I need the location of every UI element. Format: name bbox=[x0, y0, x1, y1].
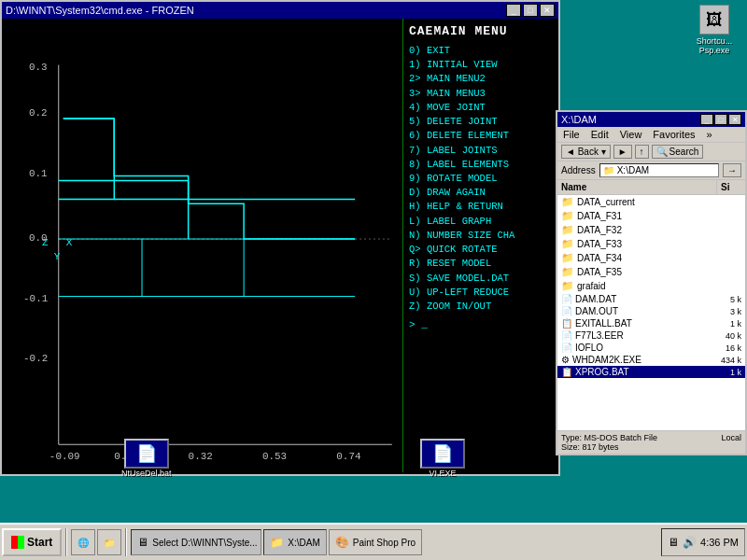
menu-item-r: R) RESET MODEL bbox=[409, 257, 553, 271]
svg-text:0.3: 0.3 bbox=[29, 62, 48, 73]
svg-text:Y: Y bbox=[54, 251, 61, 262]
start-button[interactable]: Start bbox=[2, 528, 62, 556]
paintshop-taskbar-icon: 🎨 bbox=[335, 536, 349, 549]
explorer-status: Type: MS-DOS Batch File Size: 817 bytes … bbox=[557, 430, 745, 454]
file-list: 📁DATA_current 📁DATA_F31 📁DATA_F32 📁DATA_… bbox=[557, 195, 745, 408]
svg-text:-0.2: -0.2 bbox=[23, 353, 48, 364]
list-item[interactable]: 📁DATA_F33 bbox=[557, 237, 745, 251]
list-item[interactable]: 📋EXITALL.BAT1 k bbox=[557, 317, 745, 329]
list-item[interactable]: 📁DATA_F32 bbox=[557, 223, 745, 237]
desktop-icon-shortcut[interactable]: 🖼 Shortcu...Psp.exe bbox=[686, 5, 742, 55]
column-size: Si bbox=[717, 180, 745, 194]
cmd-body: 0.3 0.2 0.1 0.0 -0.1 -0.2 -0.09 0.12 0.3… bbox=[2, 19, 558, 472]
explorer-menubar: File Edit View Favorites » bbox=[557, 127, 745, 143]
windows-logo bbox=[11, 536, 24, 549]
exp-menu-file[interactable]: File bbox=[561, 128, 582, 141]
explorer-title: X:\DAM bbox=[561, 114, 597, 125]
cmd-window-controls: _ □ ✕ bbox=[506, 4, 555, 17]
folder-icon: 📁 bbox=[561, 210, 574, 222]
menu-item-h: H) HELP & RETURN bbox=[409, 200, 553, 214]
address-bar: Address 📁 X:\DAM → bbox=[557, 161, 745, 180]
graph-svg: 0.3 0.2 0.1 0.0 -0.1 -0.2 -0.09 0.12 0.3… bbox=[2, 19, 402, 472]
list-item[interactable]: 📄DAM.DAT5 k bbox=[557, 293, 745, 305]
taskbar-divider-2 bbox=[125, 528, 127, 556]
menu-title: CAEMAIN MENU bbox=[409, 24, 553, 38]
clock: 4:36 PM bbox=[700, 537, 739, 548]
viexe-icon: 📄 bbox=[420, 439, 465, 469]
bat-icon: 📋 bbox=[561, 318, 572, 329]
address-input[interactable]: 📁 X:\DAM bbox=[599, 163, 719, 177]
menu-item-q: Q> QUICK ROTATE bbox=[409, 243, 553, 257]
list-item-selected[interactable]: 📋XPROG.BAT1 k bbox=[557, 366, 745, 378]
svg-text:0.32: 0.32 bbox=[189, 451, 213, 462]
menu-item-2: 2> MAIN MENU2 bbox=[409, 72, 553, 86]
cmd-window: D:\WINNT\System32\cmd.exe - FROZEN _ □ ✕… bbox=[0, 0, 560, 476]
desktop: D:\WINNT\System32\cmd.exe - FROZEN _ □ ✕… bbox=[0, 0, 747, 523]
menu-item-l: L) LABEL GRAPH bbox=[409, 215, 553, 229]
shortcut-label: Shortcu...Psp.exe bbox=[697, 36, 733, 55]
folder-icon: 📁 bbox=[561, 280, 574, 292]
folder-icon: 📁 bbox=[561, 224, 574, 236]
bat-icon: 📋 bbox=[561, 367, 572, 377]
explorer-column-headers: Name Si bbox=[557, 180, 745, 195]
list-item[interactable]: 📁DATA_F34 bbox=[557, 251, 745, 265]
explorer-close-btn[interactable]: ✕ bbox=[728, 114, 741, 125]
taskbar: Start 🌐 📁 🖥 Select D:\WINNT\Syste... 📁 X… bbox=[0, 523, 747, 560]
list-item[interactable]: 📁DATA_F35 bbox=[557, 265, 745, 279]
status-local: Local bbox=[721, 433, 741, 452]
network-icon: 🖥 bbox=[668, 536, 679, 550]
quick-launch-2[interactable]: 📁 bbox=[97, 529, 121, 555]
svg-text:Z: Z bbox=[42, 237, 49, 248]
exp-menu-more[interactable]: » bbox=[705, 128, 714, 141]
menu-item-9: 9) ROTATE MODEL bbox=[409, 172, 553, 186]
list-item[interactable]: 📁grafaid bbox=[557, 279, 745, 293]
explorer-maximize-btn[interactable]: □ bbox=[714, 114, 727, 125]
forward-button[interactable]: ► bbox=[613, 145, 632, 159]
exp-menu-edit[interactable]: Edit bbox=[589, 128, 611, 141]
svg-text:-0.09: -0.09 bbox=[49, 451, 80, 462]
ntusedel-label: NtUseDel.bat bbox=[121, 469, 172, 478]
list-item[interactable]: ⚙WHDAM2K.EXE434 k bbox=[557, 354, 745, 366]
explorer-taskbar-icon: 📁 bbox=[270, 536, 284, 549]
viexe-minimized[interactable]: 📄 VI.EXE bbox=[420, 439, 465, 478]
explorer-minimize-btn[interactable]: _ bbox=[700, 114, 713, 125]
taskbar-cmd-button[interactable]: 🖥 Select D:\WINNT\Syste... bbox=[131, 529, 261, 555]
menu-item-s: S) SAVE MODEL.DAT bbox=[409, 272, 553, 286]
exp-menu-favorites[interactable]: Favorites bbox=[651, 128, 697, 141]
list-item[interactable]: 📄DAM.OUT3 k bbox=[557, 305, 745, 317]
go-button[interactable]: → bbox=[723, 163, 741, 177]
speaker-icon: 🔊 bbox=[683, 536, 697, 550]
back-button[interactable]: ◄ Back ▾ bbox=[561, 145, 611, 159]
explorer-window: X:\DAM _ □ ✕ File Edit View Favorites » … bbox=[556, 110, 747, 455]
file-icon: 📄 bbox=[561, 330, 572, 341]
menu-item-7: 7) LABEL JOINTS bbox=[409, 144, 553, 158]
cmd-minimize-btn[interactable]: _ bbox=[506, 4, 521, 17]
folder-icon: 📁 bbox=[561, 196, 574, 208]
folder-icon: 📁 bbox=[561, 266, 574, 278]
explorer-window-controls: _ □ ✕ bbox=[700, 114, 741, 125]
exe-icon: ⚙ bbox=[561, 355, 570, 365]
menu-item-z: Z) ZOOM IN/OUT bbox=[409, 300, 553, 314]
list-item[interactable]: 📁DATA_F31 bbox=[557, 209, 745, 223]
ntusedel-minimized[interactable]: 📄 NtUseDel.bat bbox=[121, 439, 172, 478]
folder-icon: 📁 bbox=[561, 238, 574, 250]
list-item[interactable]: 📁DATA_current bbox=[557, 195, 745, 209]
list-item[interactable]: 📄IOFLO16 k bbox=[557, 342, 745, 354]
menu-item-u: U) UP-LEFT REDUCE bbox=[409, 286, 553, 300]
search-button[interactable]: 🔍 Search bbox=[652, 145, 704, 159]
menu-item-8: 8) LABEL ELEMENTS bbox=[409, 158, 553, 172]
cmd-titlebar: D:\WINNT\System32\cmd.exe - FROZEN _ □ ✕ bbox=[2, 2, 558, 19]
cmd-title: D:\WINNT\System32\cmd.exe - FROZEN bbox=[6, 5, 194, 16]
taskbar-explorer-button[interactable]: 📁 X:\DAM bbox=[263, 529, 326, 555]
taskbar-paintshop-button[interactable]: 🎨 Paint Shop Pro bbox=[329, 529, 422, 555]
cmd-maximize-btn[interactable]: □ bbox=[523, 4, 538, 17]
menu-item-n: N) NUMBER SIZE CHA bbox=[409, 229, 553, 243]
cmd-close-btn[interactable]: ✕ bbox=[540, 4, 555, 17]
list-item[interactable]: 📄F77L3.EER40 k bbox=[557, 329, 745, 342]
svg-rect-0 bbox=[3, 19, 401, 472]
explorer-toolbar: ◄ Back ▾ ► ↑ 🔍 Search bbox=[557, 143, 745, 161]
exp-menu-view[interactable]: View bbox=[618, 128, 644, 141]
quick-launch-ie[interactable]: 🌐 bbox=[71, 529, 95, 555]
up-button[interactable]: ↑ bbox=[635, 145, 649, 159]
address-label: Address bbox=[561, 165, 596, 175]
